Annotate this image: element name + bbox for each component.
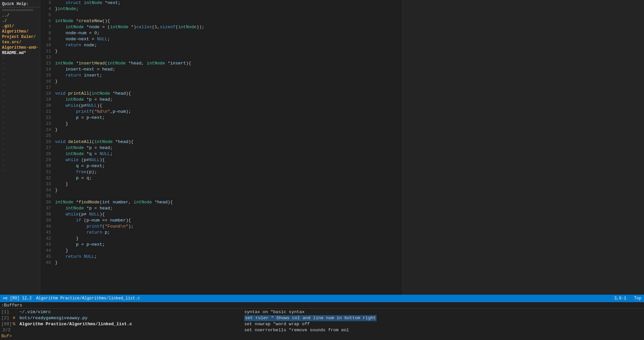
line-number: 41 (40, 230, 51, 236)
code-editor[interactable]: 3456789101112131415161718192021222324252… (40, 0, 402, 295)
line-number: 39 (40, 217, 51, 224)
sidebar-item-current[interactable]: ./ (0, 18, 40, 23)
sidebar-divider: ============== (0, 8, 40, 13)
status-mode-indicator: «e [RO] 12,2 (3, 296, 32, 301)
sidebar-dash-12: - (0, 115, 40, 120)
sidebar-dash-19: - (0, 152, 40, 158)
line-number: 18 (40, 91, 51, 97)
vim-info-panel: syntax on "basic syntax set ruler " Show… (242, 308, 644, 340)
code-line: printf("Found\n"); (55, 224, 402, 230)
buf-flag-3: % (13, 321, 18, 327)
line-number: 25 (40, 133, 51, 139)
buffer-row-2[interactable]: [2] # bots/readygamesgiveaway.py (1, 315, 240, 321)
code-line: p = p→next; (55, 242, 402, 248)
line-number: 7 (40, 24, 51, 30)
vim-info-line-2: set ruler " Shows col and line num in bo… (244, 315, 641, 321)
sidebar-dash-18: - (0, 147, 40, 152)
status-filename: Algorithm Practice/Algorithms/linked_lis… (36, 296, 140, 301)
line-number: 17 (40, 85, 51, 91)
status-right: 3,0-1 Top (614, 296, 641, 301)
code-line: intNode *insertHead(intNode *head, intNo… (55, 60, 402, 66)
code-line: intNode *findNode(int number, intNode *h… (55, 199, 402, 205)
code-line (55, 133, 402, 139)
line-number: 30 (40, 163, 51, 169)
line-number: 23 (40, 121, 51, 127)
code-line: while (p≠NULL){ (55, 157, 402, 163)
code-content: 3456789101112131415161718192021222324252… (40, 0, 402, 295)
line-number: 34 (40, 187, 51, 193)
line-number: 45 (40, 254, 51, 260)
code-line (55, 85, 402, 91)
line-number: 5 (40, 12, 51, 18)
command-bar[interactable]: :Buffers (0, 302, 644, 308)
code-line: intNode *p = head; (55, 145, 402, 151)
buf-flag-2: # (13, 315, 18, 321)
bottom-section: [1] ~/.vim/vimrc [2] # bots/readygamesgi… (0, 308, 644, 340)
code-line: struct intNode *next; (55, 0, 402, 6)
code-line: intNode *createNew(){ (55, 18, 402, 24)
code-line: printf("%d\n",p→num); (55, 109, 402, 115)
code-line: return NULL; (55, 254, 402, 260)
code-line: intNode *p = head; (55, 97, 402, 103)
sidebar-item-git[interactable]: .git/ (0, 23, 40, 29)
line-number: 37 (40, 205, 51, 211)
line-number: 14 (40, 66, 51, 72)
code-line: intNode *node = (intNode *)calloc(1,size… (55, 24, 402, 30)
line-number: 6 (40, 18, 51, 24)
code-line: insert→next = head; (55, 66, 402, 72)
sidebar-item-algorithms[interactable]: Algorithms/ (0, 29, 40, 34)
sidebar-dash-22: - (0, 168, 40, 174)
code-line: } (55, 236, 402, 242)
sidebar-item-readme[interactable]: README.md* (0, 50, 40, 56)
code-line (55, 193, 402, 199)
code-line: void deleteAll(intNode *head){ (55, 139, 402, 145)
right-pane (402, 0, 644, 295)
buf-prompt: Buf> (1, 333, 12, 339)
line-number: 43 (40, 242, 51, 248)
code-line: }intNode; (55, 6, 402, 12)
status-top: Top (634, 296, 641, 301)
code-line: } (55, 181, 402, 187)
buf-flag-1 (13, 309, 18, 315)
code-line: while(p≠NULL){ (55, 103, 402, 109)
code-line: void printAll(intNode *head){ (55, 91, 402, 97)
sidebar-dash-17: - (0, 142, 40, 147)
line-number: 21 (40, 109, 51, 115)
line-number: 38 (40, 211, 51, 217)
buf-prompt-row[interactable]: Buf> (1, 333, 240, 339)
line-number: 9 (40, 36, 51, 42)
sidebar-dash-14: - (0, 126, 40, 131)
sidebar-item-algorithms-and[interactable]: Algorithms-and- (0, 45, 40, 50)
buffer-row-1[interactable]: [1] ~/.vim/vimrc (1, 309, 240, 315)
line-numbers: 3456789101112131415161718192021222324252… (40, 0, 54, 295)
line-number: 26 (40, 139, 51, 145)
command-text: :Buffers (1, 303, 22, 308)
sidebar-item-project-euler[interactable]: Project Euler/ (0, 34, 40, 40)
vim-info-line-3: set nowrap "word wrap off (244, 321, 641, 327)
line-number: 28 (40, 151, 51, 157)
buffer-list: [1] ~/.vim/vimrc [2] # bots/readygamesgi… (0, 308, 242, 340)
sidebar-dash-20: - (0, 158, 40, 163)
code-line (55, 54, 402, 60)
code-line: } (55, 79, 402, 85)
line-number: 11 (40, 48, 51, 54)
code-line: if (p→num == number){ (55, 217, 402, 224)
line-number: 29 (40, 157, 51, 163)
sidebar-dash-1: - (0, 56, 40, 61)
sidebar-dash-5: - (0, 77, 40, 83)
buf-count-row: 2/2 (1, 327, 240, 333)
sidebar-dash-7: - (0, 88, 40, 93)
code-line (55, 12, 402, 18)
line-number: 13 (40, 60, 51, 66)
sidebar-item-parent[interactable]: ../ (0, 13, 40, 18)
buf-count: 2/2 (1, 327, 10, 333)
code-line: return insert; (55, 72, 402, 79)
buf-name-1: ~/.vim/vimrc (19, 309, 51, 315)
code-line: } (55, 248, 402, 254)
buffer-row-3[interactable]: [69] % Algorithm Practice/Algorithms/lin… (1, 321, 240, 327)
line-number: 8 (40, 30, 51, 36)
buf-num-3: [69] (1, 321, 11, 327)
sidebar-item-tex[interactable]: tex.src/ (0, 40, 40, 45)
code-line: intNode *q = NULL; (55, 151, 402, 157)
sidebar-dash-2: - (0, 61, 40, 66)
